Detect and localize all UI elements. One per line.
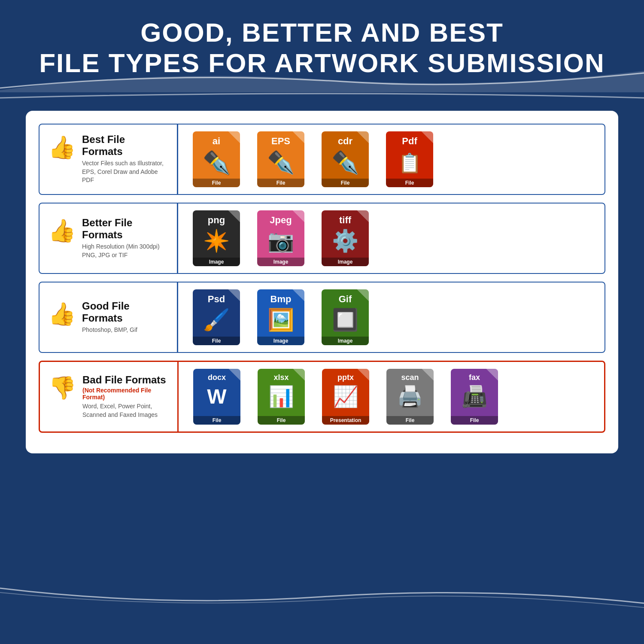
eps-label-bar: File	[257, 179, 304, 187]
file-icon-fax: fax 📠 File	[447, 369, 502, 425]
jpeg-graphic: 📷	[267, 228, 294, 253]
bad-icons: docx W File xlsx 📊 File pptx	[179, 362, 604, 431]
pptx-graphic: 📈	[333, 385, 358, 409]
file-body-fax: fax 📠 File	[451, 369, 498, 425]
good-heading: Good File Formats	[82, 300, 168, 324]
file-ext-png: png	[208, 215, 225, 226]
tiff-graphic: ⚙️	[332, 228, 358, 253]
file-icon-xlsx: xlsx 📊 File	[253, 369, 309, 425]
file-icon-ai: ai ✒️ File	[188, 131, 244, 187]
file-icon-pdf: Pdf 📋 File	[382, 131, 437, 187]
file-icon-jpeg: Jpeg 📷 Image	[253, 210, 309, 266]
header-title: GOOD, BETTER AND BEST FILE TYPES FOR ART…	[9, 17, 635, 79]
swoosh-bottom-decoration	[0, 584, 644, 610]
best-icons: ai ✒️ File EPS ✒️ File cdr	[178, 125, 605, 194]
file-icon-psd: Psd 🖌️ File	[188, 289, 244, 345]
better-icons: png ✴️ Image Jpeg 📷 Image tif	[178, 204, 605, 273]
file-ext-xlsx: xlsx	[273, 373, 289, 382]
file-body-scan: scan 🖨️ File	[386, 369, 434, 425]
file-icon-cdr: cdr ✒️ File	[317, 131, 373, 187]
xlsx-graphic: 📊	[268, 385, 294, 409]
file-body-eps: EPS ✒️ File	[257, 131, 304, 187]
good-sub: Photoshop, BMP, Gif	[82, 326, 168, 334]
file-icon-png: png ✴️ Image	[188, 210, 244, 266]
bad-label-group: Bad File Formats (Not Recommended File F…	[82, 374, 169, 419]
file-ext-fax: fax	[469, 373, 480, 382]
file-ext-psd: Psd	[208, 294, 225, 305]
ai-graphic: ✒️	[203, 149, 231, 176]
gif-label-bar: Image	[322, 337, 369, 345]
file-icon-docx: docx W File	[189, 369, 245, 425]
file-ext-pptx: pptx	[337, 373, 354, 382]
bad-thumb-icon: 👎	[49, 375, 76, 401]
file-body-xlsx: xlsx 📊 File	[258, 369, 305, 425]
good-icons: Psd 🖌️ File Bmp 🖼️ Image Gif	[178, 283, 605, 352]
file-ext-cdr: cdr	[338, 136, 352, 147]
file-body-gif: Gif 🔲 Image	[322, 289, 369, 345]
scan-graphic: 🖨️	[397, 385, 423, 409]
ai-label-bar: File	[193, 179, 240, 187]
jpeg-label-bar: Image	[257, 258, 304, 266]
file-body-bmp: Bmp 🖼️ Image	[257, 289, 304, 345]
file-icon-scan: scan 🖨️ File	[382, 369, 438, 425]
pptx-label-bar: Presentation	[322, 416, 369, 425]
file-ext-gif: Gif	[339, 294, 352, 305]
file-ext-pdf: Pdf	[402, 136, 417, 147]
file-icon-bmp: Bmp 🖼️ Image	[253, 289, 309, 345]
bad-sub: Word, Excel, Power Point,Scanned and Fax…	[82, 402, 169, 419]
best-label-section: 👍 Best File Formats Vector Files such as…	[39, 126, 177, 192]
main-container: GOOD, BETTER AND BEST FILE TYPES FOR ART…	[0, 0, 644, 644]
psd-graphic: 🖌️	[203, 307, 230, 332]
bad-heading: Bad File Formats	[82, 374, 169, 386]
best-row: 👍 Best File Formats Vector Files such as…	[39, 124, 605, 195]
file-ext-ai: ai	[213, 136, 220, 147]
good-row: 👍 Good File Formats Photoshop, BMP, Gif …	[39, 282, 605, 353]
file-ext-docx: docx	[208, 373, 226, 382]
pdf-graphic: 📋	[396, 150, 423, 176]
better-label-group: Better File Formats High Resolution (Min…	[82, 217, 168, 259]
best-label-group: Best File Formats Vector Files such as I…	[82, 134, 168, 185]
bmp-label-bar: Image	[257, 337, 304, 345]
fax-graphic: 📠	[462, 385, 487, 409]
good-label-section: 👍 Good File Formats Photoshop, BMP, Gif	[39, 292, 177, 342]
xlsx-label-bar: File	[258, 416, 305, 425]
good-thumb-icon: 👍	[48, 301, 76, 327]
file-ext-scan: scan	[401, 373, 419, 382]
better-heading: Better File Formats	[82, 217, 168, 241]
file-ext-eps: EPS	[271, 136, 290, 147]
file-ext-tiff: tiff	[339, 215, 351, 226]
better-thumb-icon: 👍	[48, 218, 76, 244]
file-body-pptx: pptx 📈 Presentation	[322, 369, 369, 425]
file-ext-bmp: Bmp	[270, 294, 292, 305]
fax-label-bar: File	[451, 416, 498, 425]
content-area: 👍 Best File Formats Vector Files such as…	[26, 111, 618, 453]
best-thumb-icon: 👍	[48, 134, 76, 161]
file-icon-pptx: pptx 📈 Presentation	[318, 369, 374, 425]
swoosh-mid-decoration	[0, 89, 644, 102]
docx-label-bar: File	[193, 416, 240, 425]
pdf-label-bar: File	[386, 179, 433, 187]
file-body-tiff: tiff ⚙️ Image	[322, 210, 369, 266]
eps-graphic: ✒️	[267, 149, 295, 176]
png-label-bar: Image	[193, 258, 240, 266]
file-body-jpeg: Jpeg 📷 Image	[257, 210, 304, 266]
bad-label-section: 👎 Bad File Formats (Not Recommended File…	[40, 366, 177, 427]
best-heading: Best File Formats	[82, 134, 168, 158]
file-body-psd: Psd 🖌️ File	[193, 289, 240, 345]
file-body-cdr: cdr ✒️ File	[322, 131, 369, 187]
gif-graphic: 🔲	[332, 307, 358, 332]
psd-label-bar: File	[193, 337, 240, 345]
cdr-label-bar: File	[322, 179, 369, 187]
file-icon-eps: EPS ✒️ File	[253, 131, 309, 187]
better-label-section: 👍 Better File Formats High Resolution (M…	[39, 209, 177, 267]
better-row: 👍 Better File Formats High Resolution (M…	[39, 203, 605, 274]
file-icon-gif: Gif 🔲 Image	[317, 289, 373, 345]
file-body-ai: ai ✒️ File	[193, 131, 240, 187]
header: GOOD, BETTER AND BEST FILE TYPES FOR ART…	[0, 0, 644, 87]
png-graphic: ✴️	[203, 228, 230, 253]
tiff-label-bar: Image	[322, 258, 369, 266]
bad-sub-red: (Not Recommended File Format)	[82, 387, 169, 401]
docx-graphic: W	[207, 385, 226, 408]
cdr-graphic: ✒️	[331, 149, 359, 176]
file-body-docx: docx W File	[193, 369, 240, 425]
